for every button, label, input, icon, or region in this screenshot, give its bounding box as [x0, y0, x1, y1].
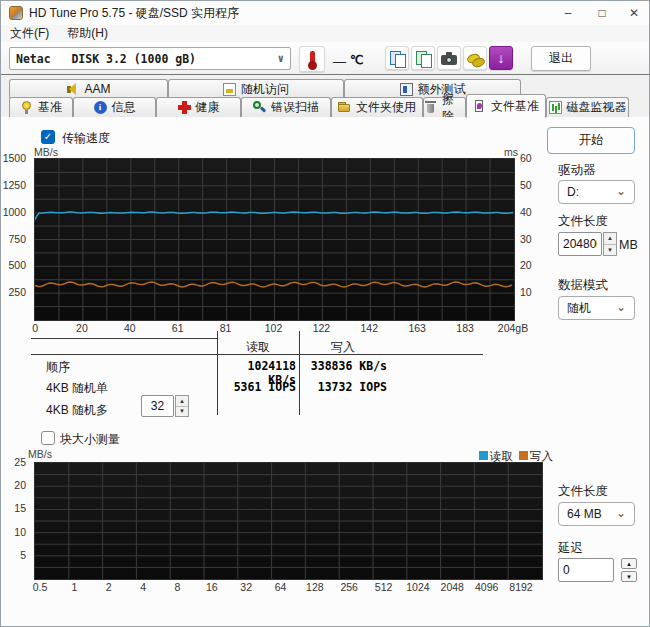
tab-folder-usage[interactable]: 文件夹使用: [331, 97, 423, 117]
table-line: [31, 338, 217, 339]
tab-health[interactable]: 健康: [156, 97, 241, 117]
title-bar: HD Tune Pro 5.75 - 硬盘/SSD 实用程序: [1, 1, 649, 25]
delay-label: 延迟: [558, 540, 583, 557]
purchase-button[interactable]: [463, 46, 487, 70]
block-chart-y-ticks: 252015105: [1, 462, 30, 578]
drive-dropdown[interactable]: D: ⌄: [558, 180, 635, 204]
menu-file[interactable]: 文件(F): [10, 25, 49, 42]
block-size-chart: [34, 462, 543, 580]
axis-tick: 1024: [406, 581, 429, 593]
axis-tick: 40: [124, 322, 136, 334]
axis-tick: 61: [172, 322, 184, 334]
axis-tick: 250: [8, 286, 26, 298]
spin-up-icon[interactable]: ▲: [176, 396, 188, 407]
delay-field[interactable]: [558, 558, 614, 582]
start-button[interactable]: 开始: [547, 127, 635, 154]
block-file-length-label: 文件长度: [558, 483, 608, 500]
tab-aam[interactable]: AAM: [9, 79, 168, 98]
drive-value: D:: [567, 185, 579, 199]
block-file-length-value: 64 MB: [567, 507, 602, 521]
queue-depth-spinner[interactable]: ▲▼: [175, 395, 189, 417]
axis-tick: 256: [340, 581, 358, 593]
menu-bar: 文件(F) 帮助(H): [1, 25, 649, 42]
tab-erase[interactable]: 擦除: [423, 97, 466, 117]
tab-disk-monitor[interactable]: 磁盘监视器: [546, 97, 629, 117]
axis-tick: 60: [520, 152, 532, 164]
axis-tick: 183: [456, 322, 474, 334]
delay-spin-up[interactable]: ▲: [621, 558, 637, 569]
axis-tick: 64: [275, 581, 287, 593]
block-file-length-dropdown[interactable]: 64 MB ⌄: [558, 502, 635, 526]
chevron-down-icon: ⌄: [616, 510, 626, 517]
axis-tick: 1250: [3, 179, 26, 191]
axis-tick: 81: [220, 322, 232, 334]
random-single-read-value: 5361 IOPS: [221, 380, 296, 394]
axis-tick: 20: [520, 259, 532, 271]
block-chart-x-ticks: 0.512481632641282565121024204840968192: [34, 581, 541, 595]
copy-image-button[interactable]: [411, 46, 435, 70]
window-title: HD Tune Pro 5.75 - 硬盘/SSD 实用程序: [29, 5, 239, 22]
minimize-button[interactable]: –: [553, 1, 583, 25]
spin-down-icon[interactable]: ▼: [604, 245, 616, 256]
axis-tick: 128: [306, 581, 324, 593]
tab-strip: AAM 随机访问 额外测试 基准 i 信息 健康: [1, 75, 649, 117]
transfer-speed-chart: [34, 158, 515, 321]
axis-tick: 8: [175, 581, 181, 593]
axis-tick: 204gB: [498, 322, 528, 334]
disk-monitor-icon: [549, 101, 562, 114]
temperature-button[interactable]: [299, 46, 325, 72]
spin-up-icon[interactable]: ▲: [604, 233, 616, 245]
row-4k-multi-label: 4KB 随机多: [46, 402, 108, 419]
block-size-label: 块大小测量: [60, 431, 120, 448]
file-length-unit: MB: [619, 238, 638, 252]
exit-button[interactable]: 退出: [531, 46, 591, 71]
chevron-down-icon: ∨: [277, 53, 284, 64]
file-length-field[interactable]: [558, 232, 602, 256]
tab-info[interactable]: i 信息: [73, 97, 156, 117]
screenshot-button[interactable]: [437, 46, 461, 70]
axis-tick: 32: [240, 581, 252, 593]
data-mode-dropdown[interactable]: 随机 ⌄: [558, 296, 635, 320]
copy-text-button[interactable]: [385, 46, 409, 70]
download-button[interactable]: ↓: [489, 46, 513, 70]
axis-tick: 2: [106, 581, 112, 593]
close-button[interactable]: ✕: [619, 1, 649, 25]
maximize-button[interactable]: □: [587, 1, 617, 25]
axis-tick: 750: [8, 233, 26, 245]
queue-depth-field[interactable]: [141, 395, 174, 417]
down-arrow-icon: ↓: [498, 50, 505, 66]
delay-spin-down[interactable]: ▼: [621, 571, 637, 582]
health-cross-icon: [178, 101, 191, 114]
axis-tick: 163: [408, 322, 426, 334]
axis-tick: 10: [14, 526, 26, 538]
block-size-checkbox[interactable]: [41, 431, 55, 445]
main-chart-y-unit: MB/s: [34, 146, 58, 158]
menu-help[interactable]: 帮助(H): [67, 25, 108, 42]
trash-icon: [424, 101, 437, 114]
tab-file-benchmark[interactable]: 文件基准: [466, 94, 546, 118]
tab-benchmark[interactable]: 基准: [9, 97, 73, 117]
axis-tick: 122: [313, 322, 331, 334]
device-selector-value: Netac DISK 3.2 (1000 gB): [16, 52, 196, 66]
axis-tick: 20: [76, 322, 88, 334]
axis-tick: 0.5: [33, 581, 48, 593]
spin-down-icon[interactable]: ▼: [176, 407, 188, 417]
main-chart-right-unit: ms: [504, 146, 518, 158]
transfer-speed-label: 传输速度: [62, 130, 110, 147]
axis-tick: 1: [71, 581, 77, 593]
device-selector[interactable]: Netac DISK 3.2 (1000 gB) ∨: [9, 47, 291, 70]
sequential-write-value: 338836 KB/s: [303, 359, 387, 373]
app-window: HD Tune Pro 5.75 - 硬盘/SSD 实用程序 – □ ✕ 文件(…: [0, 0, 650, 627]
axis-tick: 512: [375, 581, 393, 593]
axis-tick: 10: [520, 286, 532, 298]
temperature-value: —: [333, 54, 346, 69]
random-chart-icon: [223, 83, 236, 96]
chevron-down-icon: ⌄: [616, 188, 626, 195]
tab-error-scan[interactable]: 错误扫描: [241, 97, 331, 117]
transfer-speed-checkbox[interactable]: ✓: [41, 130, 55, 144]
tab-random-access[interactable]: 随机访问: [168, 79, 344, 98]
axis-tick: 2048: [441, 581, 464, 593]
bulb-icon: [20, 101, 33, 114]
axis-tick: 1500: [3, 152, 26, 164]
file-length-spinner[interactable]: ▲▼: [603, 232, 617, 256]
